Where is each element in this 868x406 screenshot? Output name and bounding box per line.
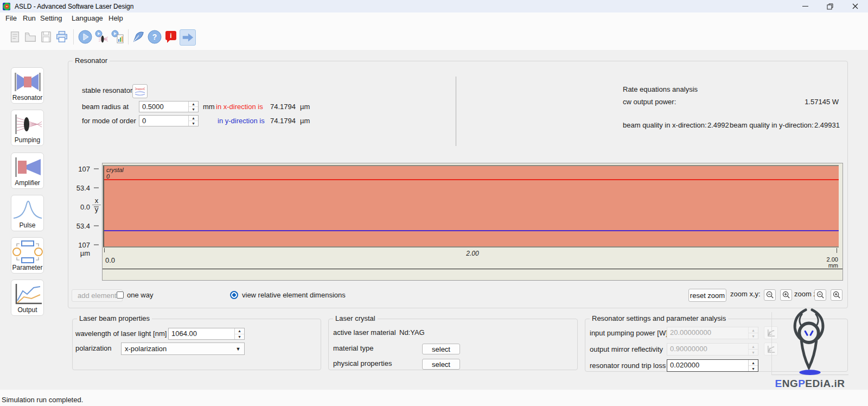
info-button[interactable]: i	[163, 29, 178, 45]
y-direction-text: in y-direction is	[218, 117, 265, 125]
close-button[interactable]	[843, 0, 867, 12]
zoom-xy-in-button[interactable]	[780, 289, 792, 301]
close-icon	[852, 3, 858, 9]
sidebar-item-parameter[interactable]: Parameter	[11, 237, 44, 274]
menu-item-help[interactable]: Help	[107, 14, 124, 23]
menu-item-run[interactable]: Run	[22, 14, 37, 23]
material-type-label: material type	[333, 344, 373, 352]
crystal-label: crystal 0	[106, 167, 124, 180]
minimize-button[interactable]	[793, 0, 818, 12]
sidebar-item-label: Pulse	[19, 221, 35, 229]
zoom-out-icon	[766, 291, 774, 299]
x-direction-text: in x-direction is	[216, 103, 263, 111]
new-document-icon	[8, 30, 21, 43]
cw-output-value: 1.57145 W	[805, 98, 839, 106]
beam-quality-y-label: beam quality in y-direction:	[730, 121, 814, 129]
physical-properties-select-label: select	[432, 360, 450, 369]
x-start-label: 0.0	[105, 256, 115, 264]
open-folder-icon	[24, 30, 37, 43]
physical-properties-select-button[interactable]: select	[422, 359, 460, 370]
zoom-z-out-button[interactable]	[814, 289, 826, 301]
help-button[interactable]: ?	[147, 29, 162, 45]
menu-bar: File Run Setting Language Help	[0, 12, 868, 24]
y-axis-dash	[94, 244, 99, 245]
run-pumping-icon	[94, 30, 108, 44]
window-title: ASLD - Advanced Software Laser Design	[15, 3, 133, 10]
sidebar-item-output[interactable]: Output	[11, 280, 44, 316]
y-axis-tick-label: 107	[74, 165, 90, 173]
material-type-select-button[interactable]: select	[422, 344, 460, 354]
info-icon: i	[164, 30, 178, 44]
y-direction-value: 74.1794	[270, 117, 296, 125]
view-relative-radio[interactable]	[230, 291, 238, 299]
zoom-xy-out-button[interactable]	[764, 289, 776, 301]
polarization-dropdown[interactable]: x-polarization ▼	[121, 342, 245, 355]
reset-zoom-button[interactable]: reset zoom	[688, 289, 726, 302]
round-trip-loss-spinbox[interactable]: 0.020000 ▴▾	[667, 359, 758, 372]
beam-quality-y-value: 2.49931	[814, 121, 840, 129]
spin-arrows-icon[interactable]: ▴▾	[188, 116, 198, 126]
active-material-value: Nd:YAG	[399, 328, 425, 337]
x-center-label: 2.00	[103, 250, 843, 257]
run-pumping-button[interactable]	[94, 29, 109, 45]
add-element-label: add element	[78, 291, 117, 300]
reset-zoom-label: reset zoom	[690, 291, 725, 300]
sidebar-item-label: Output	[17, 306, 37, 314]
polarization-value: x-polarization	[122, 344, 232, 354]
add-element-button[interactable]: add element	[72, 289, 123, 302]
output-icon	[12, 282, 43, 306]
beam-radius-spinbox[interactable]: 0.5000 ▴▾	[139, 101, 199, 112]
toolbar	[0, 24, 868, 50]
y-beam-line	[104, 230, 839, 231]
resonator-plot-canvas[interactable]: crystal 0 0.0 2.00 2.00 mm	[102, 163, 843, 281]
y-axis-tick-label: 53.4	[74, 222, 90, 230]
cw-output-label: cw output power:	[623, 98, 676, 106]
resonator-settings-title: Resonator settings and parameter analysi…	[590, 314, 728, 322]
laser-crystal-panel: Laser crystal active laser material Nd:Y…	[328, 319, 578, 370]
new-document-button[interactable]	[7, 29, 22, 45]
menu-item-language[interactable]: Language	[71, 14, 104, 23]
mirror-reflectivity-spinbox[interactable]: 0.90000000 ▴▾	[667, 343, 758, 356]
sidebar-item-amplifier[interactable]: Amplifier	[11, 153, 44, 189]
exit-arrow-button[interactable]	[180, 29, 196, 46]
resonator-caustic-icon	[134, 86, 146, 96]
spin-arrows-icon[interactable]: ▴▾	[234, 328, 244, 339]
pumping-power-spinbox[interactable]: 20.00000000 ▴▾	[667, 327, 758, 339]
run-simulation-button[interactable]	[78, 29, 93, 45]
save-button[interactable]	[39, 29, 54, 45]
print-button[interactable]	[54, 29, 69, 45]
sidebar-item-resonator[interactable]: Resonator	[11, 67, 44, 104]
stable-resonator-button[interactable]	[132, 84, 148, 98]
sidebar-item-pumping[interactable]: Pumping	[11, 110, 44, 146]
beam-quality-x-label: beam quality in x-direction:	[623, 121, 707, 129]
menu-item-setting[interactable]: Setting	[39, 14, 63, 23]
menu-item-file[interactable]: File	[4, 14, 18, 23]
y-axis-dash	[94, 168, 99, 169]
pumping-power-value: 20.00000000	[667, 327, 748, 339]
wavelength-value: 1064.00	[169, 328, 234, 339]
active-material-label: active laser material	[333, 328, 396, 337]
edit-pen-button[interactable]	[131, 29, 146, 45]
mode-order-spinbox[interactable]: 0 ▴▾	[139, 115, 199, 126]
logo-frame: ENGPEDiA.iR	[771, 312, 848, 375]
laser-beam-title: Laser beam properties	[77, 314, 152, 322]
spin-arrows-icon[interactable]: ▴▾	[748, 360, 758, 371]
open-folder-button[interactable]	[23, 29, 38, 45]
beam-radius-unit: mm	[203, 103, 215, 111]
laser-crystal-title: Laser crystal	[333, 314, 378, 322]
spin-arrows-icon[interactable]: ▴▾	[188, 101, 198, 112]
logo-text-part: EDiA.iR	[805, 378, 845, 389]
sidebar-item-pulse[interactable]: Pulse	[11, 195, 44, 231]
run-output-button[interactable]	[110, 29, 125, 45]
restore-button[interactable]	[818, 0, 843, 12]
material-type-select-label: select	[432, 345, 450, 353]
svg-text:?: ?	[152, 33, 157, 41]
crystal-element[interactable]: crystal 0	[103, 165, 839, 248]
one-way-checkbox[interactable]	[117, 291, 124, 299]
beam-radius-value: 0.5000	[139, 101, 188, 112]
wavelength-spinbox[interactable]: 1064.00 ▴▾	[168, 328, 245, 340]
resonator-icon	[12, 70, 43, 94]
beam-radius-label: beam radius at	[82, 103, 129, 111]
round-trip-loss-value: 0.020000	[667, 360, 748, 371]
zoom-z-in-button[interactable]	[831, 289, 843, 301]
